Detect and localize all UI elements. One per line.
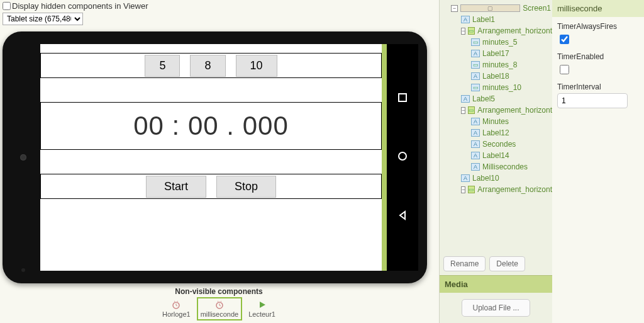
- label-icon: A: [461, 174, 470, 182]
- camera-icon: [20, 154, 26, 161]
- tree-screen1[interactable]: −▢Screen1: [441, 3, 552, 14]
- media-header: Media: [440, 275, 552, 293]
- tree-label14[interactable]: ALabel14: [441, 150, 552, 161]
- tree-label5[interactable]: ALabel5: [441, 93, 552, 105]
- svg-point-1: [399, 152, 406, 160]
- non-visible-title: Non-visible components: [3, 287, 435, 296]
- button-icon: ▭: [471, 61, 480, 69]
- timer-always-fires-checkbox[interactable]: [560, 35, 569, 44]
- components-panel: −▢Screen1 ALabel1 −▭Arrangement_horizont…: [439, 0, 552, 323]
- tree-minutes8[interactable]: ▭minutes_8: [441, 59, 552, 71]
- accent-strip: [382, 44, 387, 271]
- play-icon: [257, 300, 267, 310]
- nav-back-icon[interactable]: [397, 210, 408, 223]
- tree-label17[interactable]: ALabel17: [441, 48, 552, 59]
- collapse-icon[interactable]: −: [461, 186, 465, 193]
- nonvis-milliseconde[interactable]: milliseconde: [197, 297, 243, 320]
- button-icon: ▭: [471, 38, 480, 46]
- tree-label1[interactable]: ALabel1: [441, 14, 552, 25]
- collapse-icon[interactable]: −: [451, 5, 458, 12]
- upload-file-button[interactable]: Upload File ...: [462, 299, 530, 317]
- label-icon: A: [461, 16, 470, 23]
- clock-icon: [214, 300, 225, 310]
- button-icon: ▭: [471, 84, 480, 91]
- label-icon: A: [471, 129, 480, 137]
- label-icon: A: [471, 72, 480, 80]
- time-display-row: 00 : 00 . 000: [40, 102, 382, 150]
- tree-arr3[interactable]: −▭Arrangement_horizontal3: [441, 184, 552, 195]
- arrangement-icon: ▭: [468, 106, 475, 114]
- collapse-icon[interactable]: −: [461, 107, 465, 114]
- stop-button[interactable]: Stop: [216, 176, 276, 198]
- preset-10-button[interactable]: 10: [236, 55, 277, 77]
- preset-row: 5 8 10: [40, 53, 382, 78]
- preset-8-button[interactable]: 8: [190, 55, 225, 77]
- display-hidden-checkbox[interactable]: [3, 2, 11, 10]
- device-frame: 5 8 10 00 : 00 . 000 Start Stop: [3, 31, 427, 283]
- speaker-icon: [21, 268, 25, 272]
- nav-recent-icon[interactable]: [397, 92, 408, 105]
- timer-interval-input[interactable]: [557, 93, 628, 108]
- screen-icon: ▢: [460, 4, 520, 12]
- delete-button[interactable]: Delete: [489, 256, 525, 271]
- nonvis-lecteur[interactable]: Lecteur1: [245, 297, 279, 320]
- tree-millisecondes[interactable]: AMillisecondes: [441, 161, 552, 173]
- label-icon: A: [461, 95, 470, 103]
- viewer-panel: Display hidden components in Viewer Tabl…: [0, 0, 439, 323]
- time-display: 00 : 00 . 000: [133, 111, 289, 141]
- device-size-select[interactable]: Tablet size (675,480): [3, 13, 83, 25]
- arrangement-icon: ▭: [468, 27, 475, 35]
- preset-5-button[interactable]: 5: [145, 55, 180, 77]
- timer-always-fires-label: TimerAlwaysFires: [557, 22, 639, 31]
- svg-rect-0: [399, 94, 406, 101]
- timer-enabled-label: TimerEnabled: [557, 52, 639, 61]
- tree-arr2[interactable]: −▭Arrangement_horizontal2: [441, 105, 552, 116]
- timer-interval-label: TimerInterval: [557, 82, 639, 91]
- start-button[interactable]: Start: [146, 176, 206, 198]
- properties-header: milliseconde: [552, 0, 644, 17]
- tree-secondes[interactable]: ASecondes: [441, 139, 552, 150]
- label-icon: A: [471, 152, 480, 159]
- components-tree[interactable]: −▢Screen1 ALabel1 −▭Arrangement_horizont…: [440, 0, 552, 252]
- clock-icon: [171, 300, 181, 310]
- nonvis-horloge[interactable]: Horloge1: [158, 297, 194, 320]
- label-icon: A: [471, 140, 480, 148]
- properties-panel: milliseconde TimerAlwaysFires TimerEnabl…: [552, 0, 644, 323]
- rename-button[interactable]: Rename: [443, 256, 486, 271]
- tree-minutes10[interactable]: ▭minutes_10: [441, 82, 552, 93]
- label-icon: A: [471, 163, 480, 171]
- control-row: Start Stop: [40, 174, 382, 199]
- nav-home-icon[interactable]: [397, 150, 408, 164]
- label-icon: A: [471, 118, 480, 125]
- tree-arr1[interactable]: −▭Arrangement_horizontal1: [441, 25, 552, 37]
- arrangement-icon: ▭: [468, 186, 475, 193]
- display-hidden-label: Display hidden components in Viewer: [12, 1, 148, 11]
- collapse-icon[interactable]: −: [461, 28, 465, 35]
- app-screen: 5 8 10 00 : 00 . 000 Start Stop: [40, 44, 382, 271]
- tree-label12[interactable]: ALabel12: [441, 127, 552, 139]
- timer-enabled-checkbox[interactable]: [560, 65, 569, 74]
- tree-minutes5[interactable]: ▭minutes_5: [441, 37, 552, 48]
- tree-label18[interactable]: ALabel18: [441, 71, 552, 82]
- android-nav-bar: [387, 44, 418, 271]
- tree-minutes[interactable]: AMinutes: [441, 116, 552, 127]
- tree-label10[interactable]: ALabel10: [441, 173, 552, 184]
- label-icon: A: [471, 50, 480, 57]
